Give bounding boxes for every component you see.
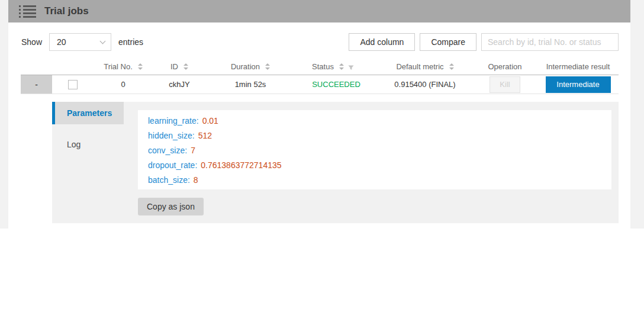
parameter-value: 512 (198, 131, 212, 140)
cell-trial-no: 0 (94, 75, 153, 94)
trial-detail-pane: Parameters Log learning_rate:0.01 hidden… (52, 102, 619, 223)
parameter-value: 8 (194, 175, 198, 185)
page-size-value: 20 (57, 37, 66, 47)
parameter-row: batch_size:8 (148, 173, 611, 188)
collapse-row-toggle[interactable]: - (21, 75, 52, 94)
header-default-metric[interactable]: Default metric (378, 59, 472, 75)
panel-title: Trial jobs (44, 5, 89, 17)
sort-icon[interactable] (339, 63, 344, 70)
header-id[interactable]: ID (153, 59, 206, 75)
header-operation: Operation (472, 59, 537, 75)
add-column-button[interactable]: Add column (349, 33, 415, 51)
parameter-row: dropout_rate:0.7613863772714135 (148, 158, 611, 173)
table-header-row: Trial No. ID Duration Status Default met… (21, 59, 619, 75)
cell-duration: 1min 52s (206, 75, 295, 94)
sort-icon[interactable] (265, 63, 270, 70)
parameter-key: conv_size: (148, 146, 187, 155)
tab-parameters[interactable]: Parameters (52, 102, 124, 124)
cell-intermediate-result: Intermediate (537, 75, 619, 94)
parameter-row: hidden_size:512 (148, 128, 611, 143)
status-badge: SUCCEEDED (295, 75, 378, 94)
filter-icon[interactable] (347, 64, 355, 71)
chevron-down-icon (100, 38, 106, 44)
sort-icon[interactable] (138, 63, 143, 70)
toolbar: Show 20 entries Add column Compare (8, 33, 630, 51)
detail-tabs: Parameters Log (52, 102, 124, 156)
checkbox-cell (52, 75, 94, 94)
parameter-key: batch_size: (148, 175, 190, 185)
panel-titlebar: Trial jobs (8, 0, 630, 22)
header-duration[interactable]: Duration (206, 59, 295, 75)
parameter-value: 0.01 (202, 116, 218, 126)
parameter-row: conv_size:7 (148, 143, 611, 158)
parameter-row: learning_rate:0.01 (148, 114, 611, 128)
copy-as-json-button[interactable]: Copy as json (138, 198, 204, 215)
header-expand-cell (21, 59, 52, 75)
parameter-key: hidden_size: (148, 131, 195, 140)
list-icon (19, 5, 36, 18)
parameter-value: 7 (191, 146, 195, 155)
search-input[interactable] (481, 33, 619, 51)
parameters-panel: learning_rate:0.01 hidden_size:512 conv_… (138, 110, 611, 189)
page-size-select[interactable]: 20 (49, 33, 111, 51)
table-row: - 0 ckhJY 1min 52s SUCCEEDED 0.915400 (F… (21, 75, 619, 94)
trial-jobs-panel: Trial jobs Show 20 entries Add column Co… (8, 0, 630, 229)
compare-button[interactable]: Compare (420, 33, 476, 51)
cell-default-metric: 0.915400 (FINAL) (378, 75, 472, 94)
intermediate-button[interactable]: Intermediate (546, 76, 611, 93)
parameter-key: learning_rate: (148, 116, 199, 126)
sort-icon[interactable] (449, 63, 454, 70)
sort-icon[interactable] (183, 63, 188, 70)
header-intermediate-result: Intermediate result (537, 59, 619, 75)
row-checkbox[interactable] (68, 80, 78, 89)
tab-log[interactable]: Log (52, 133, 124, 156)
kill-button[interactable]: Kill (490, 76, 520, 93)
parameter-value: 0.7613863772714135 (201, 160, 281, 170)
cell-id: ckhJY (153, 75, 206, 94)
show-label: Show (21, 37, 42, 47)
parameter-key: dropout_rate: (148, 160, 197, 170)
trials-table: Trial No. ID Duration Status Default met… (21, 59, 619, 94)
cell-operation: Kill (472, 75, 537, 94)
header-trial-no[interactable]: Trial No. (94, 59, 153, 75)
header-status[interactable]: Status (295, 59, 378, 75)
header-checkbox-cell (52, 59, 94, 75)
entries-label: entries (118, 37, 143, 47)
